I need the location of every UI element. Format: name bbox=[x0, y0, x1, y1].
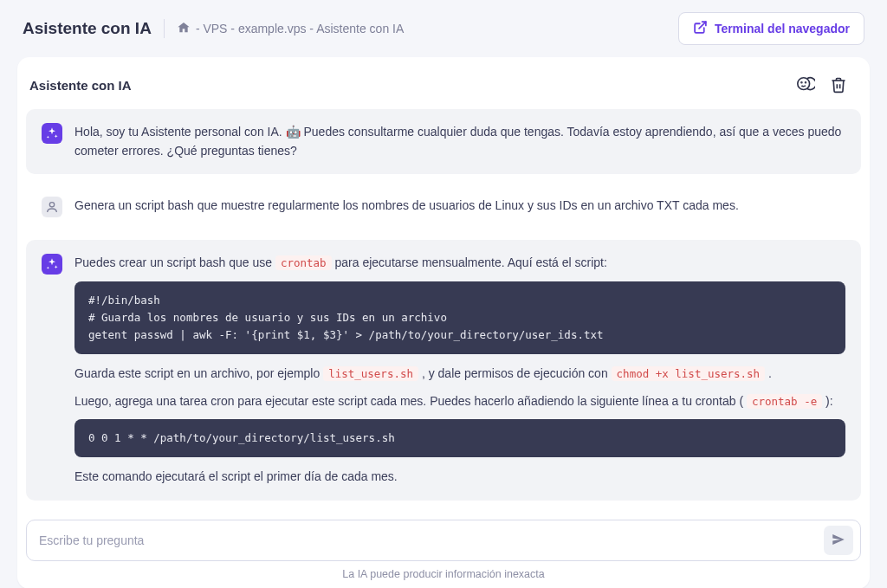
ai-avatar-icon bbox=[42, 123, 62, 144]
code-block: 0 0 1 * * /path/to/your_directory/list_u… bbox=[74, 419, 845, 457]
breadcrumb-text: - VPS - example.vps - Asistente con IA bbox=[196, 22, 404, 36]
page-title: Asistente con IA bbox=[23, 19, 152, 38]
inline-code: crontab bbox=[275, 255, 332, 270]
breadcrumb[interactable]: - VPS - example.vps - Asistente con IA bbox=[177, 21, 404, 37]
ai-message: Hola, soy tu Asistente personal con IA. … bbox=[26, 109, 861, 174]
prompt-input-row bbox=[26, 520, 861, 561]
user-message: Genera un script bash que muestre regula… bbox=[26, 183, 861, 231]
user-prompt-text: Genera un script bash que muestre regula… bbox=[74, 197, 845, 216]
external-link-icon bbox=[693, 20, 708, 37]
code-block: #!/bin/bash # Guarda los nombres de usua… bbox=[74, 281, 845, 354]
ai-reply-p1: Puedes crear un script bash que use cron… bbox=[74, 254, 845, 273]
ai-message: Puedes crear un script bash que use cron… bbox=[26, 240, 861, 501]
svg-point-2 bbox=[801, 82, 802, 83]
ai-reply-p4: Este comando ejecutará el script el prim… bbox=[74, 468, 845, 487]
ai-reply-p3: Luego, agrega una tarea cron para ejecut… bbox=[74, 392, 845, 411]
divider bbox=[164, 19, 165, 38]
svg-point-4 bbox=[49, 203, 54, 207]
browser-terminal-button[interactable]: Terminal del navegador bbox=[678, 12, 864, 45]
inline-code: chmod +x list_users.sh bbox=[612, 366, 766, 381]
user-avatar-icon bbox=[42, 197, 62, 217]
ai-intro-text: Hola, soy tu Asistente personal con IA. … bbox=[74, 123, 845, 160]
card-title: Asistente con IA bbox=[29, 78, 132, 93]
feedback-reaction-button[interactable] bbox=[793, 73, 818, 97]
disclaimer-text: La IA puede producir información inexact… bbox=[26, 561, 861, 580]
home-icon[interactable] bbox=[177, 21, 191, 37]
svg-point-1 bbox=[798, 78, 810, 90]
inline-code: list_users.sh bbox=[323, 366, 418, 381]
delete-conversation-button[interactable] bbox=[826, 73, 851, 97]
svg-line-0 bbox=[699, 22, 706, 29]
send-icon bbox=[831, 532, 846, 550]
inline-code: crontab -e bbox=[747, 394, 822, 409]
browser-terminal-label: Terminal del navegador bbox=[715, 22, 850, 36]
ai-avatar-icon bbox=[42, 254, 62, 275]
prompt-input[interactable] bbox=[39, 533, 824, 547]
send-button[interactable] bbox=[824, 526, 853, 555]
messages-container: Hola, soy tu Asistente personal con IA. … bbox=[17, 109, 870, 520]
svg-point-3 bbox=[806, 82, 806, 83]
ai-reply-p2: Guarda este script en un archivo, por ej… bbox=[74, 365, 845, 384]
